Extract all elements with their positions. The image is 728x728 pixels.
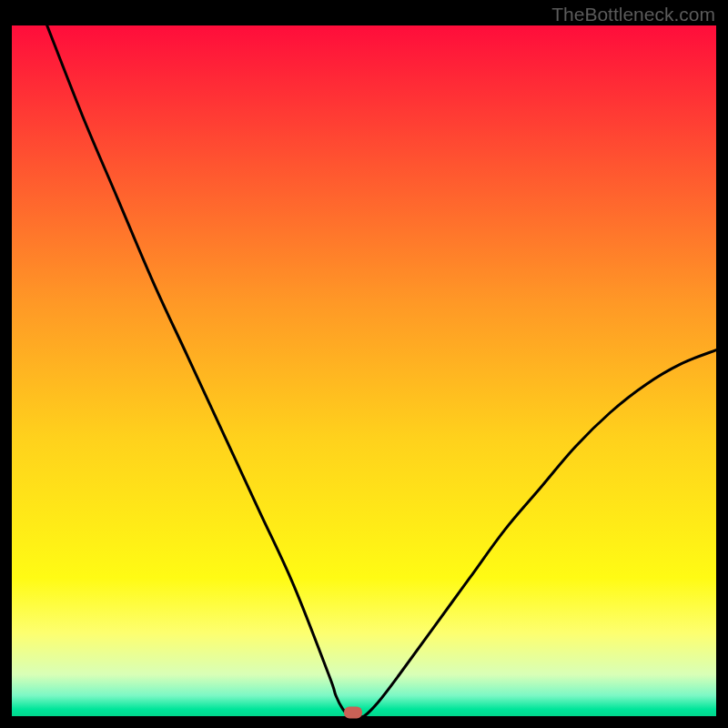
attribution-text: TheBottleneck.com xyxy=(551,4,715,25)
optimal-point-marker xyxy=(344,707,362,719)
chart-frame xyxy=(12,25,716,716)
bottleneck-curve xyxy=(12,25,716,716)
